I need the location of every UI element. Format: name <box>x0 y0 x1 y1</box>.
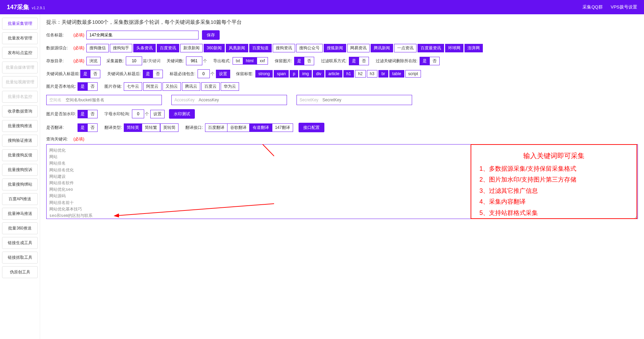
tag-option[interactable]: h1 <box>343 70 354 78</box>
tag-option[interactable]: 百度最资讯 <box>418 44 444 52</box>
tag-option[interactable]: h2 <box>355 70 366 78</box>
sidebar-item[interactable]: 批量搜狗投诉 <box>2 164 38 176</box>
watermark-test-button[interactable]: 水印测试 <box>169 109 195 119</box>
accesskey-input[interactable] <box>197 95 287 105</box>
browse-button[interactable]: 浏览 <box>86 57 101 65</box>
secretkey-input[interactable] <box>321 95 412 105</box>
tag-option[interactable]: 环球网 <box>445 44 463 52</box>
tag-option[interactable]: script <box>405 70 421 78</box>
tag-option[interactable]: 百度翻译 <box>205 123 227 132</box>
tag-option[interactable]: 简转繁 <box>142 123 160 132</box>
sidebar-item[interactable]: 百度API推送 <box>2 193 38 205</box>
sidebar-item[interactable]: 批量360推送 <box>2 222 38 234</box>
tag-option[interactable]: 头条资讯 <box>133 44 156 52</box>
tag-option[interactable]: xxf <box>257 57 268 65</box>
tag-option[interactable]: 有道翻译 <box>250 123 272 132</box>
tag-option[interactable]: 谷歌翻译 <box>227 123 250 132</box>
sidebar-item[interactable]: 链接生成工具 <box>2 237 38 249</box>
sidebar-item[interactable]: 链接抓取工具 <box>2 252 38 264</box>
tag-option[interactable]: 腾讯云 <box>182 82 200 91</box>
sidebar-item[interactable]: 批量神马推送 <box>2 208 38 220</box>
filter-contact-no[interactable]: 否 <box>359 57 369 65</box>
sidebar-item[interactable]: 批量搜狗反馈 <box>2 149 38 161</box>
keyword-count-input[interactable] <box>186 56 202 65</box>
tag-option[interactable]: 360新闻 <box>204 44 225 52</box>
keep-image-yes[interactable]: 是 <box>294 57 304 65</box>
required-mark: (必填) <box>73 58 84 64</box>
tag-option[interactable]: 搜狐新闻 <box>324 44 346 52</box>
sidebar-item[interactable]: 批量搜狗推送 <box>2 120 38 132</box>
tag-option[interactable]: 七牛云 <box>124 82 142 91</box>
tag-option[interactable]: strong <box>255 70 273 78</box>
tag-option[interactable]: 又拍云 <box>163 82 181 91</box>
tag-option[interactable]: 147翻译 <box>272 123 293 132</box>
image-local-no[interactable]: 否 <box>87 82 98 91</box>
tag-option[interactable]: span <box>274 70 289 78</box>
sidebar-item[interactable]: 批量发布管理 <box>2 32 38 44</box>
title-set-button[interactable]: 设置 <box>216 70 230 78</box>
tag-option[interactable]: div <box>313 70 324 78</box>
title-contain-input[interactable] <box>198 69 210 78</box>
qq-group-link[interactable]: 采集QQ群 <box>582 4 603 10</box>
tag-option[interactable]: 百度云 <box>201 82 220 91</box>
keep-image-no[interactable]: 否 <box>304 57 314 65</box>
translate-type-label: 翻译类型: <box>104 125 122 131</box>
tag-option[interactable]: 搜狗微信 <box>86 44 109 52</box>
letter-wm-input[interactable] <box>132 109 144 118</box>
tag-option[interactable]: 搜狗资讯 <box>273 44 295 52</box>
tag-option[interactable]: 腾讯新闻 <box>371 44 393 52</box>
tag-option[interactable]: 华为云 <box>221 82 239 91</box>
collect-count-unit: 篇/关键词 <box>143 58 160 64</box>
sidebar-item[interactable]: 搜狗验证推送 <box>2 135 38 147</box>
top-tip: 提示：关键词数最多1000个，采集数据源多个轮训，每个关键词最多采集10篇每个平… <box>46 19 638 26</box>
letter-wm-set[interactable]: 设置 <box>150 110 165 118</box>
tag-option[interactable]: img <box>299 70 312 78</box>
translate-no[interactable]: 否 <box>87 123 98 132</box>
tag-option[interactable]: 阿里云 <box>143 82 162 91</box>
required-mark: (必填) <box>73 136 84 142</box>
image-local-yes[interactable]: 是 <box>78 82 87 91</box>
sidebar-item[interactable]: 发布站点监控 <box>2 47 38 59</box>
watermark-yes[interactable]: 是 <box>78 110 87 118</box>
sidebar-item[interactable]: 伪原创工具 <box>2 266 38 278</box>
task-title-input[interactable] <box>86 31 199 39</box>
filter-kw-del-no[interactable]: 否 <box>429 57 440 65</box>
tag-option[interactable]: 澎湃网 <box>464 44 483 52</box>
tag-option[interactable]: table <box>389 70 404 78</box>
tag-option[interactable]: 网易资讯 <box>347 44 370 52</box>
tag-option[interactable]: txt <box>233 57 243 65</box>
tag-option[interactable]: 一点资讯 <box>394 44 417 52</box>
watermark-no[interactable]: 否 <box>87 110 98 118</box>
tag-option[interactable]: 英转简 <box>160 123 179 132</box>
tag-option[interactable]: 搜狗公众号 <box>296 44 323 52</box>
space-input[interactable] <box>64 95 162 105</box>
tag-option[interactable]: 搜狗知乎 <box>110 44 132 52</box>
tag-option[interactable]: 百度知道 <box>249 44 272 52</box>
tag-option[interactable]: 凤凰新闻 <box>226 44 248 52</box>
api-config-button[interactable]: 接口配置 <box>299 123 324 132</box>
collect-count-input[interactable] <box>126 56 142 65</box>
sidebar-item[interactable]: 批量搜狗绑站 <box>2 179 38 190</box>
translate-api-label: 翻译接口: <box>185 125 203 131</box>
kw-before-yes[interactable]: 是 <box>80 70 90 78</box>
vps-dial-link[interactable]: VPS拨号设置 <box>611 4 637 10</box>
tag-option[interactable]: article <box>325 70 342 78</box>
translate-yes[interactable]: 是 <box>78 123 87 132</box>
tag-option[interactable]: p <box>290 70 298 78</box>
kw-after-yes[interactable]: 是 <box>143 70 153 78</box>
image-local-label: 图片是否本地化: <box>46 84 78 89</box>
save-button[interactable]: 保存 <box>202 30 220 40</box>
filter-kw-del-yes[interactable]: 是 <box>420 57 429 65</box>
sidebar-item[interactable]: 批量采集管理 <box>2 18 38 30</box>
kw-before-no[interactable]: 否 <box>90 70 100 78</box>
filter-contact-yes[interactable]: 是 <box>349 57 359 65</box>
keywords-textarea[interactable] <box>46 144 638 219</box>
tag-option[interactable]: html <box>243 57 257 65</box>
tag-option[interactable]: h3 <box>367 70 377 78</box>
tag-option[interactable]: 百度资讯 <box>157 44 179 52</box>
tag-option[interactable]: br <box>378 70 388 78</box>
tag-option[interactable]: 新浪新闻 <box>180 44 203 52</box>
tag-option[interactable]: 简转英 <box>124 123 142 132</box>
sidebar-item[interactable]: 收录数据查询 <box>2 105 38 117</box>
kw-after-no[interactable]: 否 <box>153 70 163 78</box>
